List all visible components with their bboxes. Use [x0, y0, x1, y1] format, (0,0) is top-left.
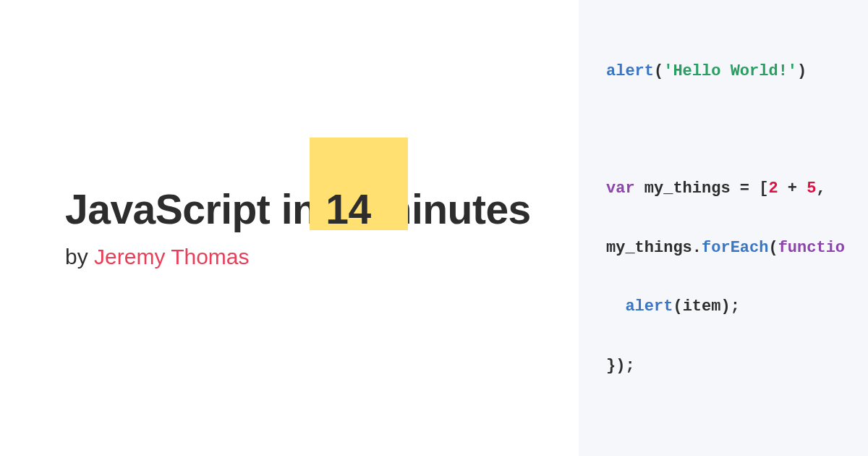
subtitle: by Jeremy Thomas [65, 245, 579, 269]
code-line: alert(item); [606, 292, 868, 322]
page-title: JavaScript in 14 minutes [65, 187, 579, 232]
subtitle-by: by [65, 245, 94, 269]
code-line: var my_things = [2 + 5, [606, 174, 868, 204]
code-blank [606, 410, 868, 440]
code-line: alert('Hello World!') [606, 57, 868, 87]
code-line: my_things.forEach(functio [606, 234, 868, 263]
code-pane: alert('Hello World!') var my_things = [2… [579, 0, 868, 456]
code-line: }); [606, 352, 868, 381]
title-pane: JavaScript in 14 minutes by Jeremy Thoma… [0, 0, 579, 456]
code-blank [606, 116, 868, 145]
title-pre: JavaScript in [65, 187, 317, 232]
title-number-highlight: 14 [326, 187, 370, 232]
title-number: 14 [326, 186, 370, 232]
author-link[interactable]: Jeremy Thomas [94, 245, 250, 269]
